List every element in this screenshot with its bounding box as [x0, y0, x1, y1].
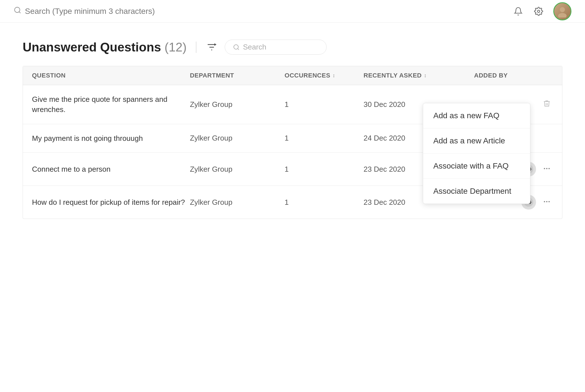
page-title: Unanswered Questions (12): [23, 40, 187, 54]
svg-point-0: [15, 7, 20, 13]
header-occurrences[interactable]: OCCURENCES ↕: [285, 72, 364, 79]
add-article-item[interactable]: Add as a new Article: [423, 128, 530, 154]
associate-dept-item[interactable]: Associate Department: [423, 179, 530, 204]
question-text: How do I request for pickup of items for…: [32, 197, 190, 207]
occurrences-sort-icon: ↕: [333, 73, 335, 79]
svg-line-9: [237, 48, 239, 49]
top-navigation: [0, 0, 585, 23]
svg-point-4: [558, 13, 567, 18]
search-icon: [14, 6, 22, 16]
user-avatar[interactable]: [553, 2, 571, 20]
occurrences-text: 1: [285, 165, 364, 174]
search-placeholder: Search: [243, 43, 266, 51]
header-added-by: ADDED BY: [474, 72, 553, 79]
filter-icon[interactable]: [205, 41, 218, 53]
table-header: QUESTION DEPARTMENT OCCURENCES ↕ RECENTL…: [23, 66, 562, 85]
header-question: QUESTION: [32, 72, 190, 79]
main-content: Unanswered Questions (12) Search QUESTIO…: [0, 23, 585, 236]
page-header: Unanswered Questions (12) Search: [23, 40, 562, 55]
row-actions: Add as a new FAQ Add as a new Article As…: [474, 97, 553, 112]
svg-point-32: [546, 201, 548, 202]
svg-point-31: [544, 201, 545, 202]
row-more-options-button[interactable]: [541, 162, 553, 176]
occurrences-text: 1: [285, 134, 364, 143]
table-row: Give me the price quote for spanners and…: [23, 85, 562, 124]
settings-icon[interactable]: [533, 6, 544, 17]
header-divider: [196, 42, 196, 53]
global-search-bar[interactable]: [14, 6, 166, 16]
global-search-input[interactable]: [25, 7, 166, 16]
svg-point-21: [548, 168, 550, 169]
svg-point-20: [546, 168, 548, 169]
add-faq-item[interactable]: Add as a new FAQ: [423, 103, 530, 128]
delete-icon[interactable]: [541, 97, 553, 112]
bell-icon[interactable]: [513, 6, 524, 17]
question-count: (12): [164, 40, 187, 54]
nav-icons-group: [513, 2, 571, 20]
question-text: Connect me to a person: [32, 164, 190, 174]
occurrences-text: 1: [285, 100, 364, 109]
recently-asked-sort-icon: ↕: [424, 73, 427, 79]
header-department: DEPARTMENT: [190, 72, 285, 79]
department-text: Zylker Group: [190, 198, 285, 207]
header-recently-asked[interactable]: RECENTLY ASKED ↕: [364, 72, 474, 79]
svg-point-19: [544, 168, 545, 169]
department-text: Zylker Group: [190, 100, 285, 109]
question-text: My payment is not going throuugh: [32, 133, 190, 143]
svg-point-33: [548, 201, 550, 202]
occurrences-text: 1: [285, 198, 364, 207]
question-text: Give me the price quote for spanners and…: [32, 94, 190, 115]
department-text: Zylker Group: [190, 134, 285, 143]
svg-point-3: [560, 7, 565, 12]
associate-faq-item[interactable]: Associate with a FAQ: [423, 154, 530, 179]
row-more-options-button[interactable]: [541, 195, 553, 209]
questions-table: QUESTION DEPARTMENT OCCURENCES ↕ RECENTL…: [23, 66, 562, 219]
table-search-input[interactable]: Search: [225, 40, 327, 55]
svg-point-8: [234, 45, 238, 49]
svg-line-1: [19, 12, 20, 13]
svg-point-2: [537, 10, 540, 12]
action-dropdown-menu: Add as a new FAQ Add as a new Article As…: [423, 103, 530, 204]
department-text: Zylker Group: [190, 165, 285, 174]
